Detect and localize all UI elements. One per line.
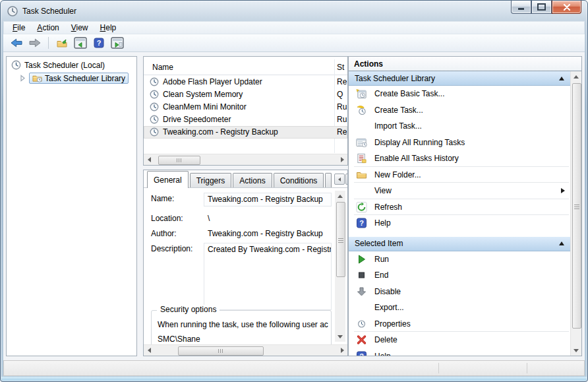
menu-view[interactable]: View xyxy=(65,22,94,33)
tree-library-label: Task Scheduler Library xyxy=(45,74,125,83)
forward-button[interactable] xyxy=(27,36,43,50)
left-arrow-icon xyxy=(148,348,151,353)
titlebar[interactable]: Task Scheduler xyxy=(1,1,587,21)
task-name: Adobe Flash Player Updater xyxy=(163,77,262,86)
task-row[interactable]: Drive Speedometer Ru xyxy=(144,113,347,126)
actions-vertical-scrollbar[interactable] xyxy=(570,71,581,356)
close-button[interactable] xyxy=(552,1,581,14)
task-row[interactable]: Clean System Memory Q xyxy=(144,88,347,100)
task-scheduler-screen: Task Scheduler File Action View Help xyxy=(0,0,588,382)
action-display-all-running-tasks[interactable]: Display All Running Tasks xyxy=(349,135,570,151)
task-row[interactable]: Adobe Flash Player Updater Re xyxy=(144,75,347,88)
menu-file[interactable]: File xyxy=(7,22,31,33)
back-button[interactable] xyxy=(9,36,24,50)
task-status: Ru xyxy=(337,115,347,124)
task-row[interactable]: CleanMem Mini Monitor Ru xyxy=(144,100,347,113)
properties-icon xyxy=(356,319,367,329)
tab-scroll-buttons xyxy=(334,174,348,185)
submenu-arrow-icon xyxy=(561,188,565,193)
details-horizontal-scrollbar[interactable] xyxy=(144,344,347,356)
list-horizontal-scrollbar[interactable] xyxy=(144,154,347,165)
tab-settings[interactable]: Settin xyxy=(325,173,332,187)
menu-action[interactable]: Action xyxy=(31,22,65,33)
folder-clock-icon xyxy=(32,73,42,83)
show-console-tree-icon xyxy=(74,37,87,49)
tree-item-library[interactable]: Task Scheduler Library xyxy=(7,72,136,84)
run-icon xyxy=(356,254,367,265)
app-clock-icon xyxy=(7,6,18,16)
task-row-selected[interactable]: Tweaking.com - Registry Backup Re xyxy=(144,126,347,139)
right-arrow-icon xyxy=(341,157,344,162)
scrollbar-thumb[interactable] xyxy=(336,202,345,277)
section-header-selected-item[interactable]: Selected Item xyxy=(349,237,570,251)
create-task-icon xyxy=(356,105,367,115)
export-icon xyxy=(56,38,68,48)
scroll-right-button[interactable] xyxy=(337,154,347,165)
author-value: Tweaking.com - Registry Backup xyxy=(204,228,323,238)
clock-icon xyxy=(150,90,159,99)
export-list-button[interactable] xyxy=(54,36,70,50)
scroll-right-button[interactable] xyxy=(337,345,347,356)
action-run[interactable]: Run xyxy=(349,251,570,268)
actions-panel: Actions Task Scheduler Library xyxy=(348,56,582,356)
action-refresh[interactable]: Refresh xyxy=(349,199,570,216)
tab-scroll-left-button[interactable] xyxy=(334,174,345,185)
scroll-left-button[interactable] xyxy=(144,154,154,165)
action-properties[interactable]: Properties xyxy=(349,316,570,333)
name-field[interactable]: Tweaking.com - Registry Backup xyxy=(204,193,332,207)
description-field[interactable]: Created By Tweaking.com - Registry xyxy=(204,243,332,310)
action-export[interactable]: Export... xyxy=(349,300,570,316)
action-create-task[interactable]: Create Task... xyxy=(349,102,570,119)
scroll-left-button[interactable] xyxy=(144,345,154,356)
tree-library-selected[interactable]: Task Scheduler Library xyxy=(29,73,129,84)
action-create-basic-task[interactable]: Create Basic Task... xyxy=(349,86,570,102)
new-folder-icon xyxy=(356,170,367,180)
scrollbar-thumb[interactable] xyxy=(158,156,200,165)
show-console-tree-button[interactable] xyxy=(73,36,88,50)
tab-general[interactable]: General xyxy=(147,171,189,188)
section-header-task-scheduler-library[interactable]: Task Scheduler Library xyxy=(349,71,570,86)
scrollbar-thumb[interactable] xyxy=(178,346,264,356)
tab-triggers[interactable]: Triggers xyxy=(190,173,232,187)
scroll-up-button[interactable] xyxy=(571,71,581,82)
action-help-selected[interactable]: Help xyxy=(349,348,570,356)
scroll-down-button[interactable] xyxy=(335,331,345,342)
right-arrow-icon xyxy=(341,348,344,353)
column-header-status[interactable]: St xyxy=(337,63,344,72)
collapse-icon[interactable] xyxy=(559,241,564,245)
help-icon xyxy=(356,218,367,228)
show-action-pane-button[interactable] xyxy=(109,36,125,50)
delete-icon xyxy=(356,334,367,345)
help-button[interactable] xyxy=(91,36,107,50)
tab-actions[interactable]: Actions xyxy=(233,173,272,187)
collapse-icon[interactable] xyxy=(559,77,564,80)
action-help[interactable]: Help xyxy=(349,215,570,232)
clock-icon xyxy=(11,60,21,70)
expander-icon[interactable] xyxy=(20,75,26,82)
disable-icon xyxy=(356,286,367,297)
toolbar-separator xyxy=(48,37,49,49)
action-end[interactable]: End xyxy=(349,267,570,284)
scroll-down-button[interactable] xyxy=(571,345,581,356)
minimize-button[interactable] xyxy=(511,1,531,14)
back-arrow-icon xyxy=(11,38,22,48)
scroll-up-button[interactable] xyxy=(335,191,345,201)
clock-icon xyxy=(150,127,159,137)
tree-item-root[interactable]: Task Scheduler (Local) xyxy=(7,59,136,71)
action-delete[interactable]: Delete xyxy=(349,332,570,348)
scrollbar-thumb[interactable] xyxy=(572,83,581,329)
action-disable[interactable]: Disable xyxy=(349,284,570,300)
details-vertical-scrollbar[interactable] xyxy=(335,191,345,342)
general-fields: Name: Tweaking.com - Registry Backup Loc… xyxy=(151,193,332,310)
location-value: \ xyxy=(204,212,210,223)
action-new-folder[interactable]: New Folder... xyxy=(349,167,570,183)
action-view[interactable]: View xyxy=(349,183,570,199)
action-import-task[interactable]: Import Task... xyxy=(349,118,570,135)
maximize-button[interactable] xyxy=(531,1,552,14)
task-details-panel: General Triggers Actions Conditions Sett… xyxy=(143,170,348,356)
column-header-name[interactable]: Name xyxy=(144,63,173,75)
action-enable-all-tasks-history[interactable]: Enable All Tasks History xyxy=(349,150,570,167)
list-header: Name St xyxy=(144,57,347,75)
tab-conditions[interactable]: Conditions xyxy=(274,173,324,187)
menu-help[interactable]: Help xyxy=(94,22,123,33)
